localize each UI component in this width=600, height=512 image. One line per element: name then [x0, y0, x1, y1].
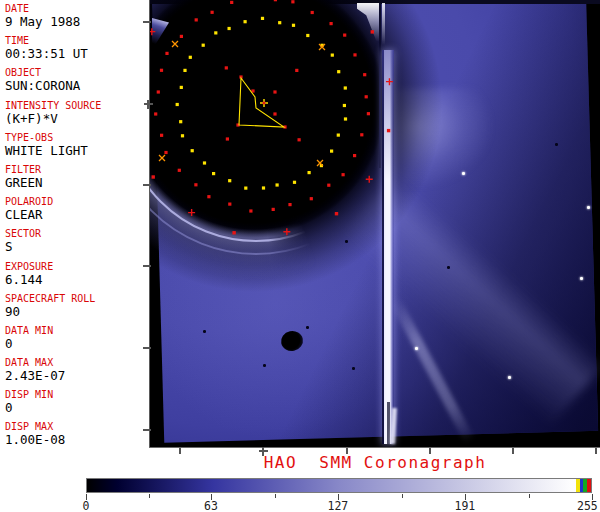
overflow-stripe-red [587, 479, 591, 492]
field-label: EXPOSURE [5, 260, 149, 273]
field-value: (K+F)*V [5, 112, 149, 126]
colorbar-tick-label: 63 [204, 499, 218, 512]
left-axis-tick [143, 21, 151, 23]
field-value: 90 [5, 305, 149, 319]
metadata-field: OBJECT SUN:CORONA [5, 66, 149, 98]
field-value: SUN:CORONA [5, 79, 149, 93]
metadata-field: DISP MIN 0 [5, 388, 149, 420]
colorbar [86, 478, 592, 493]
metadata-field: SECTOR S [5, 227, 149, 259]
left-axis-tick [143, 184, 151, 186]
metadata-field: TIME 00:33:51 UT [5, 34, 149, 66]
field-label: DATA MIN [5, 324, 149, 337]
metadata-field: INTENSITY SOURCE (K+F)*V [5, 99, 149, 131]
metadata-field: DISP MAX 1.00E-08 [5, 420, 149, 452]
field-value: 1.00E-08 [5, 433, 149, 447]
field-value: GREEN [5, 176, 149, 190]
fiducial-overlay [150, 0, 600, 447]
metadata-field: FILTER GREEN [5, 163, 149, 195]
metadata-field: EXPOSURE 6.144 [5, 260, 149, 292]
field-value: 2.43E-07 [5, 369, 149, 383]
metadata-field: DATA MIN 0 [5, 324, 149, 356]
colorbar-tick-label: 191 [455, 499, 476, 512]
field-value: 0 [5, 337, 149, 351]
left-axis-tick [143, 265, 151, 267]
field-label: DISP MIN [5, 388, 149, 401]
colorbar-minor-tick [149, 494, 150, 498]
metadata-field: DATE 9 May 1988 [5, 2, 149, 34]
colorbar-tick-label: 127 [328, 499, 349, 512]
colorbar-tick-label: 0 [83, 499, 90, 512]
coronagraph-image [150, 0, 600, 447]
field-label: SECTOR [5, 227, 149, 240]
metadata-sidebar: DATE 9 May 1988 TIME 00:33:51 UT OBJECT … [0, 0, 149, 512]
field-label: INTENSITY SOURCE [5, 99, 149, 112]
field-label: TYPE-OBS [5, 131, 149, 144]
metadata-field: DATA MAX 2.43E-07 [5, 356, 149, 388]
frame-bottom-edge [149, 447, 600, 448]
field-value: CLEAR [5, 208, 149, 222]
field-value: 00:33:51 UT [5, 47, 149, 61]
metadata-field: TYPE-OBS WHITE LIGHT [5, 131, 149, 163]
metadata-fields: DATE 9 May 1988 TIME 00:33:51 UT OBJECT … [5, 2, 149, 453]
smm-coronagraph-viewer: { "sidebar": { "fields": [ {"label": "DA… [0, 0, 600, 512]
colorbar-minor-tick [275, 494, 276, 498]
colorbar-minor-tick [402, 494, 403, 498]
field-value: 6.144 [5, 273, 149, 287]
field-value: 0 [5, 401, 149, 415]
colorbar-minor-tick [529, 494, 530, 498]
colorbar-tick-label: 255 [577, 499, 598, 512]
left-axis-tick [143, 429, 151, 431]
left-axis-tick [143, 347, 151, 349]
field-label: SPACECRAFT ROLL [5, 292, 149, 305]
field-value: WHITE LIGHT [5, 144, 149, 158]
frame-left-edge [149, 0, 150, 447]
field-value: S [5, 240, 149, 254]
field-label: FILTER [5, 163, 149, 176]
field-value: 9 May 1988 [5, 15, 149, 29]
metadata-field: SPACECRAFT ROLL 90 [5, 292, 149, 324]
figure-title: HAO SMM Coronagraph [150, 453, 600, 472]
metadata-field: POLAROID CLEAR [5, 195, 149, 227]
